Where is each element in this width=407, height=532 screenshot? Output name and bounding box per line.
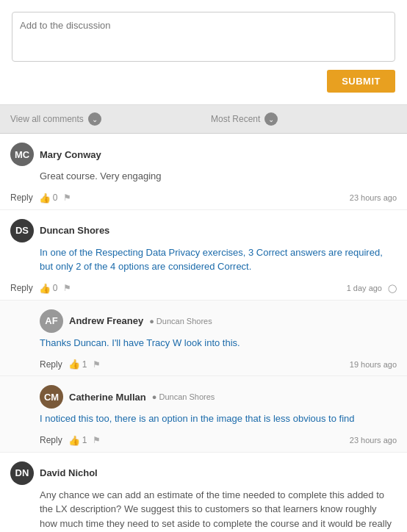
flag-icon[interactable]: ⚑: [63, 193, 71, 203]
like-section: 👍 1: [68, 435, 87, 446]
comment-footer: Reply 👍 1 ⚑ 19 hours ago: [40, 354, 397, 375]
comments-section: MC Mary Conway Great course. Very engagi…: [0, 134, 407, 532]
comment-header: MC Mary Conway: [10, 143, 397, 166]
avatar: DS: [10, 219, 34, 242]
flag-icon[interactable]: ⚑: [63, 283, 71, 293]
expand-icon[interactable]: ◯: [388, 284, 397, 293]
author-name: Andrew Freaney: [69, 315, 143, 326]
comment-header: AF Andrew Freaney ● Duncan Shores: [40, 309, 397, 333]
flag-icon[interactable]: ⚑: [93, 435, 101, 445]
comment-body: Thanks Duncan. I'll have Tracy W look in…: [40, 336, 397, 351]
timestamp: 19 hours ago: [350, 360, 397, 369]
comment-body: Great course. Very engaging: [40, 169, 397, 184]
like-section: 👍 0: [39, 283, 58, 294]
comment-body: In one of the Respecting Data Privacy ex…: [40, 245, 397, 274]
author-name: David Nichol: [40, 467, 98, 478]
author-name: Mary Conway: [40, 149, 101, 160]
avatar: DN: [10, 461, 34, 485]
sort-label: Most Recent: [211, 114, 260, 124]
reply-button[interactable]: Reply: [40, 435, 62, 445]
filter-view-all[interactable]: View all comments ⌄: [10, 112, 196, 126]
like-count: 0: [53, 193, 58, 203]
comment-item: CM Catherine Mullan ● Duncan Shores I no…: [0, 376, 407, 453]
view-all-dropdown-icon[interactable]: ⌄: [88, 112, 101, 126]
reply-button[interactable]: Reply: [40, 359, 62, 370]
comment-header: DN David Nichol: [10, 461, 397, 485]
comment-item: DS Duncan Shores In one of the Respectin…: [0, 210, 407, 301]
like-count: 1: [82, 359, 87, 370]
filter-sort[interactable]: Most Recent ⌄: [196, 112, 397, 126]
flag-icon[interactable]: ⚑: [93, 359, 101, 370]
author-name: Duncan Shores: [40, 225, 109, 236]
filter-bar: View all comments ⌄ Most Recent ⌄: [0, 105, 407, 134]
like-section: 👍 1: [68, 359, 87, 370]
comment-item: MC Mary Conway Great course. Very engagi…: [0, 134, 407, 210]
discussion-input[interactable]: [12, 12, 395, 62]
comment-footer: Reply 👍 0 ⚑ 23 hours ago: [10, 188, 397, 209]
thumbs-up-icon[interactable]: 👍: [68, 435, 80, 446]
like-count: 1: [82, 435, 87, 445]
reply-button[interactable]: Reply: [10, 193, 33, 203]
timestamp: 23 hours ago: [350, 193, 397, 202]
reply-button[interactable]: Reply: [10, 283, 33, 293]
like-count: 0: [53, 283, 58, 293]
thumbs-up-icon[interactable]: 👍: [68, 359, 80, 370]
like-section: 👍 0: [39, 193, 58, 204]
comment-header: DS Duncan Shores: [10, 219, 397, 242]
comment-header: CM Catherine Mullan ● Duncan Shores: [40, 385, 397, 409]
comment-body: I noticed this too, there is an option i…: [40, 411, 397, 426]
avatar: AF: [40, 309, 63, 333]
view-all-label: View all comments: [10, 114, 84, 124]
comment-footer: Reply 👍 1 ⚑ 23 hours ago: [40, 431, 397, 452]
author-name: Catherine Mullan: [69, 392, 146, 403]
compose-section: SUBMIT: [0, 0, 407, 105]
thumbs-up-icon[interactable]: 👍: [39, 283, 51, 294]
comment-item: DN David Nichol Any chance we can add an…: [0, 453, 407, 533]
comment-footer: Reply 👍 0 ⚑ 1 day ago ◯: [10, 278, 397, 300]
thumbs-up-icon[interactable]: 👍: [39, 193, 51, 204]
comment-body: Any chance we can add an estimate of the…: [40, 488, 397, 533]
comment-item: AF Andrew Freaney ● Duncan Shores Thanks…: [0, 301, 407, 377]
avatar: CM: [40, 385, 63, 409]
submit-button[interactable]: SUBMIT: [327, 70, 395, 93]
avatar: MC: [10, 143, 34, 166]
timestamp: 23 hours ago: [350, 436, 397, 445]
timestamp: 1 day ago: [347, 284, 382, 292]
mention-indicator: ● Duncan Shores: [152, 392, 215, 401]
mention-indicator: ● Duncan Shores: [149, 317, 212, 326]
compose-actions: SUBMIT: [12, 70, 395, 93]
sort-dropdown-icon[interactable]: ⌄: [264, 112, 278, 126]
